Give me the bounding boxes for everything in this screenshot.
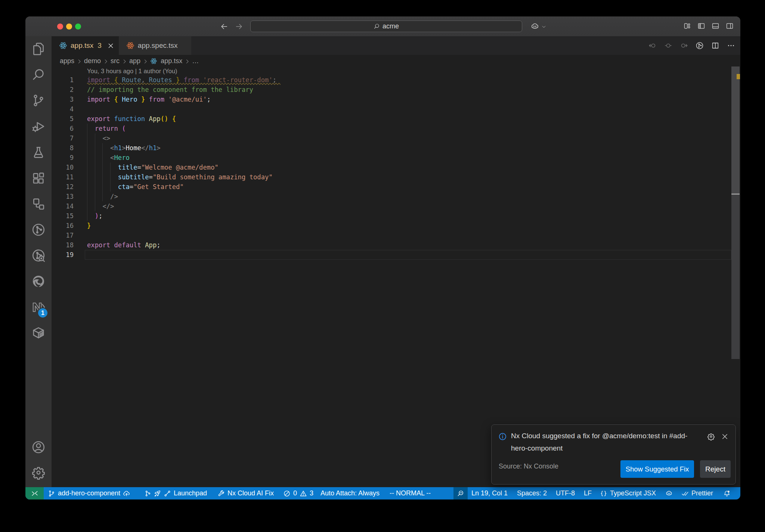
- navigate-forward-icon[interactable]: [235, 22, 243, 31]
- notification-toast: Nx Cloud suggested a fix for @acme/demo:…: [491, 424, 736, 485]
- status-label: UTF-8: [556, 489, 575, 497]
- maximize-window-button[interactable]: [75, 24, 81, 30]
- scrollbar[interactable]: [731, 66, 740, 359]
- command-center-search[interactable]: acme: [250, 21, 522, 32]
- layout-controls: [683, 22, 734, 30]
- code-line-4[interactable]: 4: [52, 104, 740, 114]
- activity-bar-item-source-control[interactable]: [25, 92, 52, 109]
- code-line-15[interactable]: 15 );: [52, 211, 740, 221]
- activity-bar-item-run-and-debug[interactable]: [25, 117, 52, 135]
- code-line-6[interactable]: 6 return (: [52, 124, 740, 133]
- breadcrumb-item-src[interactable]: src: [111, 57, 120, 65]
- gitlens-graph-icon: [31, 223, 46, 237]
- status-item-zoom[interactable]: [453, 487, 468, 499]
- status-item-notifications[interactable]: [723, 487, 731, 499]
- gitlens-prev-icon: [648, 41, 657, 50]
- code-line-2[interactable]: 2// importing the component from the lib…: [52, 85, 740, 95]
- chevron-right-icon: [184, 58, 191, 65]
- tab-label: app.tsx: [71, 41, 93, 50]
- tab-app.spec.tsx[interactable]: app.spec.tsx: [119, 36, 191, 55]
- codelens-annotation[interactable]: You, 3 hours ago | 1 author (You): [87, 67, 177, 75]
- breadcrumb-item-app.tsx[interactable]: app.tsx: [161, 57, 182, 65]
- code-line-5[interactable]: 5export function App() {: [52, 114, 740, 124]
- status-item-auto-attach[interactable]: Auto Attach: Always: [320, 487, 380, 499]
- status-item-language-mode[interactable]: TypeScript JSX: [600, 487, 656, 499]
- code-line-16[interactable]: 16}: [52, 221, 740, 231]
- breadcrumb: appsdemosrcappapp.tsx…: [52, 55, 740, 67]
- activity-bar-item-containers[interactable]: [25, 324, 52, 342]
- status-item-nx-cloud-fix[interactable]: Nx Cloud AI Fix: [217, 487, 274, 499]
- breadcrumb-item-demo[interactable]: demo: [84, 57, 101, 65]
- chevron-down-icon[interactable]: [541, 24, 546, 30]
- notification-close-icon[interactable]: [721, 433, 729, 440]
- close-icon[interactable]: [107, 42, 114, 49]
- toggle-secondary-sidebar-icon[interactable]: [726, 22, 734, 30]
- current-line-highlight: [85, 250, 731, 260]
- code-line-8[interactable]: 8 <h1>Home</h1>: [52, 143, 740, 153]
- status-item-problems[interactable]: 03: [283, 487, 313, 499]
- status-item-vim-mode[interactable]: -- NORMAL --: [390, 487, 431, 499]
- copilot-icon[interactable]: [530, 22, 539, 31]
- activity-bar-item-search[interactable]: [25, 66, 52, 84]
- activity-bar-item-extensions[interactable]: [25, 169, 52, 187]
- activity-bar-item-testing[interactable]: [25, 143, 52, 161]
- activity-bar-item-edge-tools[interactable]: [25, 272, 52, 290]
- minimize-window-button[interactable]: [66, 24, 72, 30]
- reject-button[interactable]: Reject: [700, 460, 731, 478]
- activity-bar-item-accounts[interactable]: [25, 438, 52, 456]
- activity-bar-item-settings[interactable]: [25, 464, 52, 482]
- activity-bar-item-gitlens-graph[interactable]: [25, 221, 52, 239]
- toggle-panel-icon[interactable]: [712, 22, 719, 30]
- status-item-remote[interactable]: [25, 487, 44, 499]
- code-line-14[interactable]: 14 </>: [52, 201, 740, 211]
- code-line-1[interactable]: 1import { Route, Routes } from 'react-ro…: [52, 75, 740, 85]
- code-line-13[interactable]: 13 />: [52, 192, 740, 201]
- navigate-back-icon[interactable]: [220, 22, 228, 31]
- tab-app.tsx[interactable]: app.tsx3: [52, 36, 119, 55]
- gitlens-prev-icon[interactable]: [648, 41, 657, 50]
- code-line-9[interactable]: 9 <Hero: [52, 153, 740, 163]
- status-item-prettier[interactable]: Prettier: [681, 487, 713, 499]
- code-line-7[interactable]: 7 <>: [52, 133, 740, 143]
- notification-settings-icon[interactable]: [707, 433, 715, 440]
- status-item-eol[interactable]: LF: [584, 487, 592, 499]
- status-item-indentation[interactable]: Spaces: 2: [517, 487, 547, 499]
- activity-bar-item-nx-console[interactable]: 1: [25, 298, 52, 316]
- line-number: 19: [52, 250, 74, 260]
- show-suggested-fix-button[interactable]: Show Suggested Fix: [620, 460, 694, 478]
- toggle-sidebar-icon[interactable]: [697, 22, 705, 30]
- breadcrumb-item-…[interactable]: …: [192, 57, 199, 65]
- code-line-17[interactable]: 17: [52, 231, 740, 240]
- edge-icon: [31, 274, 46, 288]
- breadcrumb-item-apps[interactable]: apps: [60, 57, 74, 65]
- status-item-copilot[interactable]: [665, 487, 673, 499]
- activity-bar-item-gitlens-inspect[interactable]: [25, 247, 52, 265]
- code-line-11[interactable]: 11 subtitle="Build something amazing tod…: [52, 172, 740, 182]
- status-bar: add-hero-componentLaunchpadNx Cloud AI F…: [25, 487, 740, 499]
- code-line-10[interactable]: 10 title="Welcmoe @acme/demo": [52, 163, 740, 172]
- react-icon: [126, 41, 134, 50]
- code-line-18[interactable]: 18export default App;: [52, 240, 740, 250]
- gitlens-next-icon[interactable]: [680, 41, 688, 50]
- status-label: Spaces: 2: [517, 489, 547, 497]
- customize-layout-icon[interactable]: [683, 22, 691, 30]
- gitlens-rev-icon[interactable]: [664, 41, 672, 50]
- status-item-cursor-position[interactable]: Ln 19, Col 1: [471, 487, 508, 499]
- activity-bar-item-explorer[interactable]: [25, 40, 52, 58]
- activity-bar-item-project-hierarchy[interactable]: [25, 195, 52, 213]
- code-line-12[interactable]: 12 cta="Get Started": [52, 182, 740, 192]
- status-item-branch[interactable]: add-hero-component: [48, 487, 130, 499]
- status-item-encoding[interactable]: UTF-8: [556, 487, 575, 499]
- more-actions-icon[interactable]: [727, 41, 735, 50]
- breadcrumb-item-app[interactable]: app: [129, 57, 140, 65]
- close-window-button[interactable]: [57, 24, 63, 30]
- status-label: Prettier: [691, 489, 713, 497]
- split-editor-icon[interactable]: [711, 41, 719, 50]
- files-icon: [31, 42, 46, 56]
- line-number: 9: [52, 153, 74, 163]
- code-line-3[interactable]: 3import { Hero } from '@acme/ui';: [52, 95, 740, 104]
- gitlens-graph-icon[interactable]: [696, 41, 704, 50]
- status-item-launchpad[interactable]: Launchpad: [154, 487, 207, 499]
- bell-dot-icon: [723, 490, 731, 497]
- status-item-commit-graph[interactable]: [144, 487, 152, 499]
